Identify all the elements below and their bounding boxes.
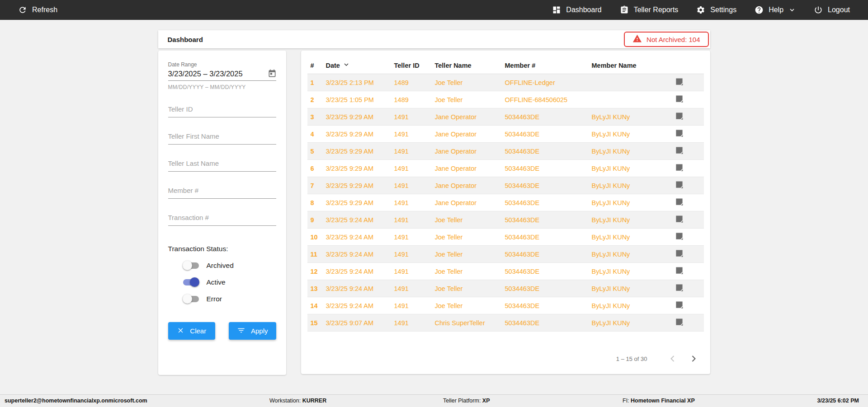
financial-institution-status: FI: Hometown Financial XP [623,398,695,404]
col-teller-name: Teller Name [435,62,505,69]
cell-member-name: ByLyJI KUNy [592,165,673,172]
col-member-name: Member Name [592,62,673,69]
cell-teller-id: 1491 [394,199,435,206]
chevron-down-icon [788,6,796,14]
date-range-input[interactable] [168,70,268,78]
calendar-icon [268,73,277,80]
note-icon[interactable] [675,300,684,311]
note-icon[interactable] [675,163,684,173]
cell-num: 2 [311,96,326,103]
cell-date: 3/23/25 9:29 AM [326,131,394,138]
teller-last-name-input[interactable] [168,159,276,167]
note-icon[interactable] [675,112,684,122]
table-header-row: # Date Teller ID Teller Name Member # Me… [307,57,704,74]
nav-dashboard[interactable]: Dashboard [552,5,601,14]
apply-button[interactable]: Apply [229,322,276,340]
cell-teller-id: 1491 [394,285,435,292]
table-row[interactable]: 8 3/23/25 9:29 AM 1491 Jane Operator 503… [307,194,704,211]
note-icon[interactable] [675,266,684,276]
cell-num: 15 [311,319,326,327]
teller-id-input[interactable] [168,105,276,113]
cell-teller-id: 1491 [394,216,435,224]
col-member-number: Member # [505,62,592,69]
note-icon[interactable] [675,180,684,191]
date-sort-header[interactable]: Date [326,61,394,70]
table-row[interactable]: 5 3/23/25 9:29 AM 1491 Jane Operator 503… [307,143,704,160]
table-row[interactable]: 4 3/23/25 9:29 AM 1491 Jane Operator 503… [307,126,704,143]
cell-num: 8 [311,199,326,206]
archived-toggle[interactable]: Archived [168,262,276,270]
date-picker-button[interactable] [268,69,277,78]
cell-teller-name: Jane Operator [435,199,505,206]
table-row[interactable]: 3 3/23/25 9:29 AM 1491 Jane Operator 503… [307,108,704,126]
note-icon[interactable] [675,77,684,88]
table-row[interactable]: 2 3/23/25 1:05 PM 1489 Joe Teller OFFLIN… [307,91,704,108]
filter-icon [237,326,245,336]
table-row[interactable]: 11 3/23/25 9:24 AM 1491 Joe Teller 50344… [307,246,704,263]
cell-num: 4 [311,131,326,138]
member-number-input[interactable] [168,187,276,194]
cell-member-name: ByLyJI KUNy [592,285,673,292]
refresh-label: Refresh [32,6,57,14]
transaction-number-input[interactable] [168,214,276,221]
cell-teller-id: 1489 [394,96,435,103]
note-icon[interactable] [675,129,684,139]
table-row[interactable]: 13 3/23/25 9:24 AM 1491 Joe Teller 50344… [307,280,704,297]
cell-teller-name: Jane Operator [435,148,505,155]
cell-num: 1 [311,79,326,86]
note-icon[interactable] [675,249,684,259]
cell-member-name: ByLyJI KUNy [592,319,673,327]
cell-teller-name: Joe Teller [435,216,505,224]
note-icon[interactable] [675,146,684,156]
table-body: 1 3/23/25 2:13 PM 1489 Joe Teller OFFLIN… [307,74,704,332]
table-row[interactable]: 10 3/23/25 9:24 AM 1491 Joe Teller 50344… [307,229,704,246]
cell-member-name: ByLyJI KUNy [592,251,673,258]
note-icon[interactable] [675,215,684,225]
next-page-button[interactable] [688,353,699,364]
note-icon[interactable] [675,94,684,105]
sort-down-icon [342,61,350,70]
page-header: Dashboard Not Archived: 104 [158,30,710,48]
cell-teller-id: 1491 [394,182,435,189]
cell-date: 3/23/25 9:29 AM [326,113,394,121]
warning-icon [632,34,642,45]
table-row[interactable]: 1 3/23/25 2:13 PM 1489 Joe Teller OFFLIN… [307,74,704,91]
toggle-track-active [183,279,199,285]
cell-member-name: ByLyJI KUNy [592,182,673,189]
clear-button[interactable]: Clear [168,322,216,340]
previous-page-button[interactable] [667,353,678,364]
top-navbar: Refresh Dashboard Teller Reports Setting… [0,0,868,20]
refresh-icon [18,5,27,14]
not-archived-label: Not Archived: 104 [646,36,700,43]
cell-date: 3/23/25 9:24 AM [326,216,394,224]
cell-teller-name: Joe Teller [435,79,505,86]
nav-teller-reports[interactable]: Teller Reports [620,5,679,14]
note-icon[interactable] [675,232,684,242]
table-row[interactable]: 7 3/23/25 9:29 AM 1491 Jane Operator 503… [307,177,704,194]
cell-member-name: ByLyJI KUNy [592,216,673,224]
error-toggle[interactable]: Error [168,295,276,303]
refresh-button[interactable]: Refresh [18,5,57,14]
cell-teller-name: Joe Teller [435,268,505,275]
teller-first-name-input[interactable] [168,132,276,140]
active-toggle[interactable]: Active [168,278,276,286]
note-icon[interactable] [675,197,684,208]
chevron-left-icon [667,359,678,365]
transactions-table: # Date Teller ID Teller Name Member # Me… [301,51,710,374]
cell-num: 5 [311,148,326,155]
note-icon[interactable] [675,283,684,294]
nav-help[interactable]: Help [755,5,796,14]
table-row[interactable]: 12 3/23/25 9:24 AM 1491 Joe Teller 50344… [307,263,704,280]
toggle-track-archived [183,262,199,269]
table-row[interactable]: 9 3/23/25 9:24 AM 1491 Joe Teller 503446… [307,211,704,229]
table-row[interactable]: 6 3/23/25 9:29 AM 1491 Jane Operator 503… [307,160,704,177]
note-icon[interactable] [675,318,684,328]
table-row[interactable]: 14 3/23/25 9:24 AM 1491 Joe Teller 50344… [307,297,704,314]
nav-logout[interactable]: Logout [814,5,850,14]
status-bar: superteller2@hometownfinancialxp.onmicro… [0,394,868,407]
cell-teller-name: Jane Operator [435,182,505,189]
cell-teller-id: 1491 [394,148,435,155]
table-row[interactable]: 15 3/23/25 9:07 AM 1491 Chris SuperTelle… [307,314,704,332]
clipboard-icon [620,5,629,14]
nav-settings[interactable]: Settings [696,5,736,14]
